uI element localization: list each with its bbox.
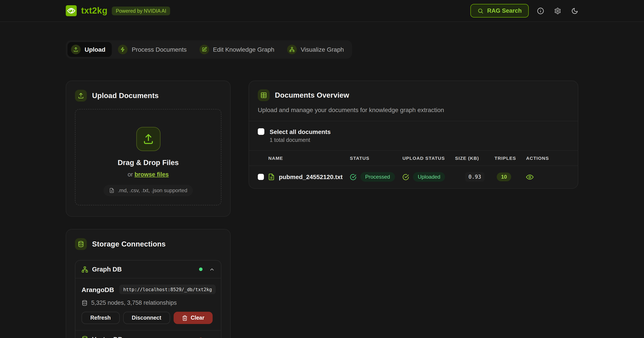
- view-document-eye-icon[interactable]: [526, 173, 534, 180]
- documents-table-header: Name Status Upload Status Size (KB) Trip…: [249, 150, 578, 166]
- column-header-status: Status: [350, 156, 402, 161]
- supported-formats-badge: .md, .csv, .txt, .json supported: [103, 185, 193, 196]
- storage-connections-panel: Graph DB ArangoDB http://localhost:8529/…: [75, 260, 222, 338]
- check-circle-icon: [350, 173, 356, 180]
- graph-db-section-toggle[interactable]: Graph DB: [76, 261, 221, 278]
- browse-files-link[interactable]: browse files: [134, 171, 169, 178]
- dropzone-upload-icon[interactable]: [136, 127, 160, 151]
- tab-edit-knowledge-graph-label: Edit Knowledge Graph: [213, 46, 274, 53]
- column-header-upload-status: Upload Status: [402, 156, 455, 161]
- file-dropzone[interactable]: Drag & Drop Files or browse files .md, .…: [75, 109, 222, 205]
- lightning-icon: [118, 45, 128, 54]
- app-title: txt2kg: [81, 6, 108, 16]
- documents-overview-card: Documents Overview Upload and manage you…: [248, 81, 578, 189]
- tab-edit-knowledge-graph[interactable]: Edit Knowledge Graph: [196, 42, 281, 57]
- graph-network-icon: [287, 45, 297, 54]
- trash-icon: [182, 315, 188, 321]
- row-checkbox[interactable]: [258, 174, 264, 180]
- select-all-checkbox[interactable]: [258, 128, 264, 135]
- tab-upload-label: Upload: [84, 46, 106, 53]
- upload-status-badge: Uploaded: [413, 172, 445, 182]
- status-badge: Processed: [360, 172, 395, 182]
- tab-process-documents-label: Process Documents: [132, 46, 187, 53]
- file-icon: [109, 188, 114, 193]
- vector-db-section-toggle[interactable]: Vector DB: [76, 330, 221, 338]
- database-icon: [82, 336, 88, 338]
- nvidia-logo-icon: [66, 5, 77, 16]
- vector-db-label: Vector DB: [92, 336, 122, 338]
- brand: txt2kg Powered by NVIDIA AI: [66, 5, 170, 16]
- chevron-up-icon[interactable]: [209, 266, 215, 272]
- storage-card-title: Storage Connections: [92, 240, 166, 248]
- upload-icon: [71, 45, 81, 54]
- documents-card-title: Documents Overview: [275, 91, 349, 99]
- graph-db-label: Graph DB: [92, 266, 122, 273]
- app-window: txt2kg Powered by NVIDIA AI RAG Search U…: [0, 0, 644, 338]
- graph-db-connected-dot: [199, 268, 202, 271]
- database-icon: [75, 238, 87, 250]
- table-row: pubmed_24552120.txt Processed Uploaded 0…: [249, 166, 578, 188]
- document-name: pubmed_24552120.txt: [279, 173, 342, 180]
- upload-card-title: Upload Documents: [92, 92, 159, 100]
- tab-upload[interactable]: Upload: [68, 42, 112, 57]
- powered-by-badge: Powered by NVIDIA AI: [112, 6, 170, 15]
- clear-button[interactable]: Clear: [174, 312, 213, 324]
- column-header-triples: Triples: [494, 156, 524, 161]
- upload-icon: [75, 90, 87, 102]
- tab-process-documents[interactable]: Process Documents: [115, 42, 193, 57]
- documents-card-subtitle: Upload and manage your documents for kno…: [258, 106, 569, 113]
- total-documents-label: 1 total document: [270, 137, 331, 143]
- column-header-actions: Actions: [524, 156, 578, 161]
- or-text: or: [128, 171, 134, 178]
- disconnect-button[interactable]: Disconnect: [123, 312, 170, 324]
- info-icon[interactable]: [537, 7, 544, 14]
- graph-db-details: ArangoDB http://localhost:8529/_db/txt2k…: [76, 278, 221, 330]
- chevron-down-icon[interactable]: [209, 336, 215, 338]
- table-grid-icon: [258, 89, 270, 101]
- triples-count-badge: 10: [497, 172, 512, 181]
- database-icon: [82, 300, 88, 306]
- main-tab-bar: Upload Process Documents Edit Knowledge …: [66, 40, 352, 59]
- size-value: 0.93: [465, 172, 485, 182]
- tab-visualize-graph[interactable]: Visualize Graph: [284, 42, 350, 57]
- column-header-size: Size (KB): [455, 156, 494, 161]
- graph-db-stats: 5,325 nodes, 3,758 relationships: [91, 300, 177, 306]
- graph-network-icon: [82, 266, 88, 273]
- top-header: txt2kg Powered by NVIDIA AI RAG Search: [0, 0, 644, 22]
- graph-db-provider: ArangoDB: [82, 286, 114, 293]
- clear-label: Clear: [191, 315, 204, 321]
- graph-db-url: http://localhost:8529/_db/txt2kg: [119, 285, 216, 294]
- upload-documents-card: Upload Documents Drag & Drop Files or br…: [66, 81, 230, 217]
- tab-visualize-graph-label: Visualize Graph: [301, 46, 344, 53]
- settings-gear-icon[interactable]: [554, 7, 561, 14]
- refresh-button[interactable]: Refresh: [82, 312, 120, 324]
- dropzone-or-line: or browse files: [128, 171, 169, 178]
- search-icon: [478, 8, 484, 14]
- select-all-label: Select all documents: [270, 128, 331, 135]
- supported-formats-label: .md, .csv, .txt, .json supported: [118, 187, 187, 193]
- storage-connections-card: Storage Connections Graph DB: [66, 229, 230, 338]
- check-circle-icon: [402, 173, 409, 180]
- dropzone-title: Drag & Drop Files: [118, 159, 179, 167]
- edit-pencil-icon: [199, 45, 209, 54]
- rag-search-label: RAG Search: [487, 7, 522, 14]
- file-text-icon: [268, 173, 275, 180]
- column-header-name: Name: [258, 156, 350, 161]
- rag-search-button[interactable]: RAG Search: [470, 4, 529, 17]
- dark-mode-moon-icon[interactable]: [571, 7, 578, 14]
